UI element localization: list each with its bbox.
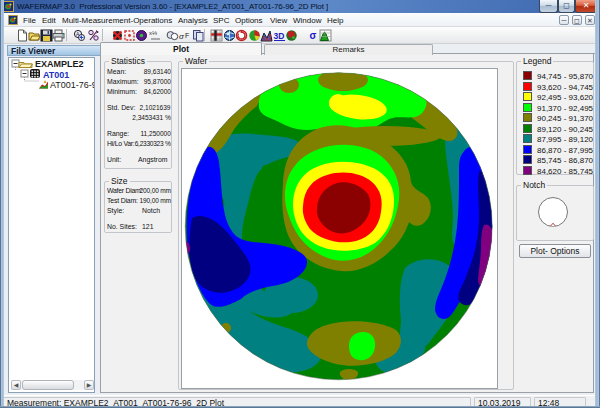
svg-text:3D: 3D <box>274 31 285 41</box>
svg-text:σ: σ <box>310 30 317 41</box>
svg-text:F: F <box>185 32 189 39</box>
svg-text:x⅓: x⅓ <box>149 30 157 36</box>
